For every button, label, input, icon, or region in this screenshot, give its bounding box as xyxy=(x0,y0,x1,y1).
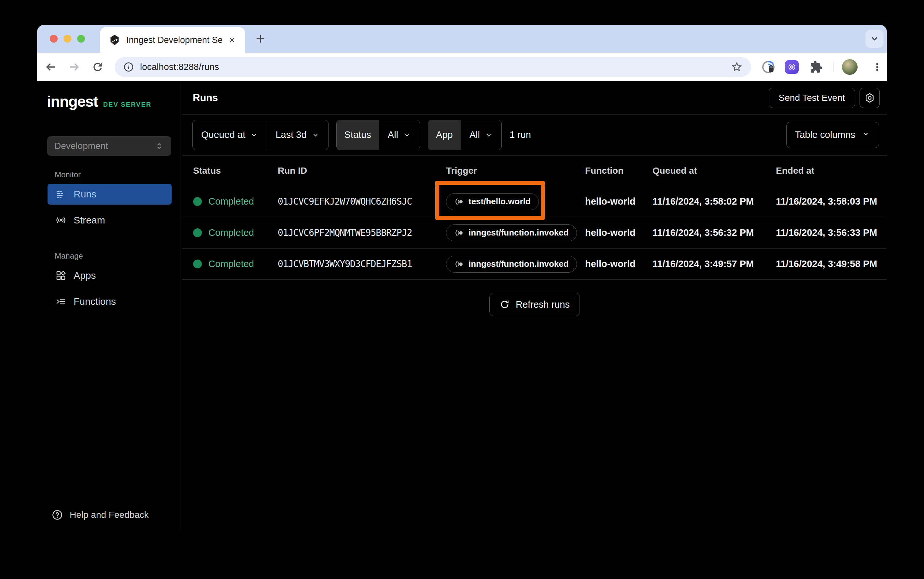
tab-title: Inngest Development Server xyxy=(126,35,222,45)
sidebar-item-runs[interactable]: Runs xyxy=(48,184,172,204)
status-text: Completed xyxy=(208,258,254,269)
app-filter-value[interactable]: All xyxy=(461,120,501,150)
time-range-value: Last 3d xyxy=(276,129,306,140)
dev-server-badge: DEV SERVER xyxy=(103,101,152,108)
chevron-down-icon xyxy=(311,131,320,139)
help-and-feedback[interactable]: Help and Feedback xyxy=(51,509,149,521)
sidebar-item-label: Apps xyxy=(74,270,96,281)
queued-at-cell: 11/16/2024, 3:49:57 PM xyxy=(652,258,776,269)
table-columns-label: Table columns xyxy=(795,129,855,140)
trigger-pill[interactable]: inngest/function.invoked xyxy=(446,224,577,241)
trigger-cell: inngest/function.invoked xyxy=(446,256,585,273)
browser-toolbar: localhost:8288/runs xyxy=(37,53,887,81)
ended-at-cell: 11/16/2024, 3:56:33 PM xyxy=(776,227,887,238)
apps-icon xyxy=(55,270,66,281)
status-dot-icon xyxy=(193,197,202,206)
help-label: Help and Feedback xyxy=(70,510,149,520)
status-filter-label: Status xyxy=(336,120,379,150)
runs-icon xyxy=(55,189,66,200)
functions-icon xyxy=(55,296,66,307)
column-header-trigger: Trigger xyxy=(446,165,585,176)
event-signal-icon xyxy=(454,228,464,238)
desktop: Inngest Development Server xyxy=(0,0,924,579)
tab-close-icon[interactable] xyxy=(228,36,236,44)
tab-strip: Inngest Development Server xyxy=(37,25,887,53)
trigger-name: inngest/function.invoked xyxy=(468,228,569,238)
status-cell: Completed xyxy=(193,196,278,207)
gear-icon xyxy=(864,92,875,103)
address-bar[interactable]: localhost:8288/runs xyxy=(115,57,751,77)
refresh-runs-button[interactable]: Refresh runs xyxy=(489,293,580,316)
tab-search-chevron-button[interactable] xyxy=(865,29,884,48)
reload-icon[interactable] xyxy=(90,60,105,74)
site-info-icon[interactable] xyxy=(123,62,134,72)
brand: inngest DEV SERVER xyxy=(47,92,182,110)
password-manager-extension-icon[interactable] xyxy=(761,59,776,75)
sidebar: inngest DEV SERVER Development Monitor R… xyxy=(37,81,182,531)
table-row[interactable]: Completed 01JCVC6PF2MQNMTWE95BBRZPJ2 inn… xyxy=(182,217,887,249)
extensions-puzzle-icon[interactable] xyxy=(808,59,824,75)
sidebar-item-apps[interactable]: Apps xyxy=(48,265,172,286)
environment-select-value: Development xyxy=(54,141,154,151)
status-filter-group: Status All xyxy=(336,120,420,150)
app-filter-label: App xyxy=(428,120,461,150)
back-icon[interactable] xyxy=(44,60,58,74)
run-id-cell: 01JCVC9EFKJ2W70WQHC6ZH6SJC xyxy=(278,196,446,207)
browser-window: Inngest Development Server xyxy=(37,25,887,531)
close-window-button[interactable] xyxy=(50,35,57,43)
function-cell: hello-world xyxy=(585,196,652,207)
bookmark-star-icon[interactable] xyxy=(731,61,743,73)
send-test-event-button[interactable]: Send Test Event xyxy=(769,88,855,108)
trigger-pill[interactable]: inngest/function.invoked xyxy=(446,256,577,273)
url-text: localhost:8288/runs xyxy=(140,62,725,72)
status-dot-icon xyxy=(193,260,202,268)
chevron-down-icon xyxy=(484,131,493,139)
queued-at-cell: 11/16/2024, 3:58:02 PM xyxy=(652,196,776,207)
environment-select[interactable]: Development xyxy=(47,136,171,156)
stream-icon xyxy=(55,215,66,226)
table-row[interactable]: Completed 01JCVC9EFKJ2W70WQHC6ZH6SJC tes… xyxy=(182,186,887,217)
sidebar-item-label: Runs xyxy=(74,189,96,200)
minimize-window-button[interactable] xyxy=(64,35,71,43)
function-cell: hello-world xyxy=(585,227,652,238)
trigger-pill[interactable]: test/hello.world xyxy=(446,193,539,210)
trigger-name: inngest/function.invoked xyxy=(468,259,569,269)
maximize-window-button[interactable] xyxy=(77,35,85,43)
inngest-favicon-icon xyxy=(109,34,120,46)
chevron-down-icon xyxy=(250,131,258,139)
status-text: Completed xyxy=(208,227,254,238)
sidebar-item-label: Stream xyxy=(74,215,105,226)
sidebar-item-stream[interactable]: Stream xyxy=(48,210,172,231)
settings-button[interactable] xyxy=(860,88,880,108)
section-label-manage: Manage xyxy=(55,252,182,260)
time-field-label: Queued at xyxy=(201,129,245,140)
sidebar-item-functions[interactable]: Functions xyxy=(48,291,172,312)
column-header-run-id: Run ID xyxy=(278,165,446,176)
ended-at-cell: 11/16/2024, 3:58:03 PM xyxy=(776,196,887,207)
app-filter-group: App All xyxy=(428,120,502,150)
page-header: Runs Send Test Event xyxy=(182,81,887,114)
queued-at-cell: 11/16/2024, 3:56:32 PM xyxy=(652,227,776,238)
time-field-filter[interactable]: Queued at xyxy=(193,120,267,150)
window-controls xyxy=(50,35,85,43)
status-filter-value[interactable]: All xyxy=(379,120,420,150)
forward-icon[interactable] xyxy=(67,60,81,74)
trigger-cell: test/hello.world xyxy=(446,193,585,210)
table-row[interactable]: Completed 01JCVBTMV3WXY9D3CFDEJFZSB1 inn… xyxy=(182,249,887,280)
main-content: Runs Send Test Event Queued at xyxy=(182,81,887,531)
purple-extension-icon[interactable] xyxy=(784,59,799,75)
run-count: 1 run xyxy=(510,129,531,140)
table-header: Status Run ID Trigger Function Queued at… xyxy=(182,155,887,186)
run-id-cell: 01JCVBTMV3WXY9D3CFDEJFZSB1 xyxy=(278,258,446,269)
browser-menu-icon[interactable] xyxy=(869,59,885,75)
trigger-name: test/hello.world xyxy=(468,196,531,206)
time-range-filter[interactable]: Last 3d xyxy=(267,120,328,150)
browser-tab[interactable]: Inngest Development Server xyxy=(100,27,245,53)
status-cell: Completed xyxy=(193,258,278,269)
refresh-runs-label: Refresh runs xyxy=(516,299,570,310)
event-signal-icon xyxy=(454,259,464,269)
profile-avatar[interactable] xyxy=(842,59,858,75)
function-cell: hello-world xyxy=(585,258,652,269)
new-tab-button[interactable] xyxy=(251,29,269,48)
table-columns-button[interactable]: Table columns xyxy=(786,122,879,148)
